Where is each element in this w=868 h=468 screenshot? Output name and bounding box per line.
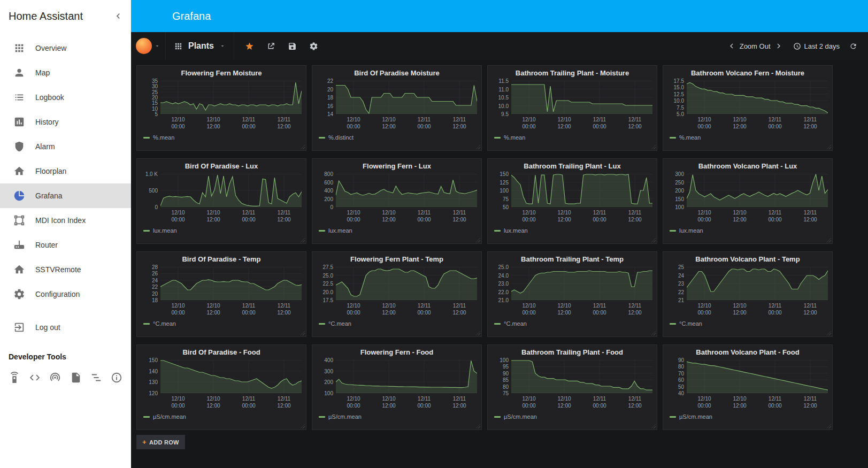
- panel-resize-handle[interactable]: [476, 238, 480, 242]
- save-dashboard-button[interactable]: [288, 42, 297, 51]
- sidebar-item-mdi-icon-index[interactable]: MDI Icon Index: [0, 208, 131, 233]
- panel-resize-handle[interactable]: [827, 145, 831, 149]
- dev-info-button[interactable]: [111, 372, 122, 383]
- time-series-chart[interactable]: [336, 360, 477, 393]
- panel-resize-handle[interactable]: [651, 331, 656, 335]
- panel-title[interactable]: Flowering Fern - Lux: [312, 159, 481, 174]
- legend-series-label[interactable]: %.mean: [679, 134, 701, 141]
- legend-swatch[interactable]: [143, 230, 150, 232]
- dev-mqtt-button[interactable]: [90, 372, 102, 383]
- dev-states-button[interactable]: [29, 372, 41, 383]
- time-series-chart[interactable]: [511, 81, 652, 114]
- time-shift-forward-button[interactable]: [774, 41, 783, 51]
- dev-services-button[interactable]: [9, 372, 20, 383]
- legend-swatch[interactable]: [319, 230, 325, 232]
- refresh-button[interactable]: [849, 42, 857, 50]
- panel-title[interactable]: Flowering Fern - Food: [312, 345, 481, 360]
- time-series-chart[interactable]: [336, 81, 477, 114]
- panel-title[interactable]: Bird Of Paradise - Food: [137, 345, 306, 360]
- time-series-chart[interactable]: [511, 267, 652, 300]
- panel-title[interactable]: Flowering Fern Moisture: [137, 66, 306, 81]
- panel-resize-handle[interactable]: [827, 424, 831, 428]
- legend-swatch[interactable]: [319, 416, 325, 418]
- time-series-chart[interactable]: [687, 174, 828, 207]
- legend-series-label[interactable]: %.mean: [153, 134, 174, 141]
- panel-title[interactable]: Bathroom Trailing Plant - Food: [488, 345, 657, 360]
- time-series-chart[interactable]: [160, 81, 302, 114]
- sidebar-item-sstvremote[interactable]: SSTVRemote: [0, 257, 131, 282]
- sidebar-item-router[interactable]: Router: [0, 233, 131, 257]
- legend-swatch[interactable]: [494, 230, 501, 232]
- panel-resize-handle[interactable]: [301, 238, 305, 242]
- legend-swatch[interactable]: [319, 323, 325, 325]
- panel-resize-handle[interactable]: [651, 238, 656, 242]
- dev-templates-button[interactable]: [70, 372, 82, 383]
- time-series-chart[interactable]: [160, 267, 302, 300]
- time-series-chart[interactable]: [687, 267, 828, 300]
- grafana-menu-button[interactable]: [131, 32, 165, 60]
- time-series-chart[interactable]: [160, 360, 302, 393]
- sidebar-item-map[interactable]: Map: [0, 60, 131, 85]
- legend-series-label[interactable]: lux.mean: [504, 227, 528, 234]
- time-series-chart[interactable]: [336, 267, 477, 300]
- share-dashboard-button[interactable]: [266, 42, 275, 51]
- panel-resize-handle[interactable]: [827, 331, 831, 335]
- legend-series-label[interactable]: µS/cm.mean: [679, 413, 712, 420]
- sidebar-item-floorplan[interactable]: Floorplan: [0, 159, 131, 183]
- legend-swatch[interactable]: [670, 416, 676, 418]
- time-series-chart[interactable]: [687, 360, 828, 393]
- legend-swatch[interactable]: [670, 230, 676, 232]
- panel-resize-handle[interactable]: [301, 145, 305, 149]
- panel-title[interactable]: Bathroom Trailing Plant - Temp: [488, 252, 657, 267]
- zoom-out-button[interactable]: Zoom Out: [740, 42, 771, 50]
- sidebar-item-configuration[interactable]: Configuration: [0, 282, 131, 306]
- panel-title[interactable]: Bird Of Paradise - Lux: [137, 159, 306, 174]
- time-range-picker[interactable]: Last 2 days: [793, 42, 840, 50]
- time-series-chart[interactable]: [511, 174, 652, 207]
- panel-resize-handle[interactable]: [651, 145, 656, 149]
- time-series-chart[interactable]: [160, 174, 302, 207]
- dev-events-button[interactable]: [49, 372, 61, 383]
- time-series-chart[interactable]: [687, 81, 828, 114]
- legend-series-label[interactable]: µS/cm.mean: [153, 413, 186, 420]
- sidebar-item-logbook[interactable]: Logbook: [0, 85, 131, 110]
- time-series-chart[interactable]: [511, 360, 652, 393]
- sidebar-item-history[interactable]: History: [0, 110, 131, 134]
- panel-title[interactable]: Flowering Fern Plant - Temp: [312, 252, 481, 267]
- legend-series-label[interactable]: lux.mean: [679, 227, 703, 234]
- panel-title[interactable]: Bird Of Paradise Moisture: [312, 66, 481, 81]
- legend-swatch[interactable]: [494, 137, 501, 139]
- legend-swatch[interactable]: [143, 323, 150, 325]
- legend-swatch[interactable]: [143, 137, 150, 139]
- panel-resize-handle[interactable]: [476, 145, 480, 149]
- legend-swatch[interactable]: [494, 323, 501, 325]
- panel-resize-handle[interactable]: [651, 424, 656, 428]
- panel-resize-handle[interactable]: [301, 331, 305, 335]
- sidebar-collapse-button[interactable]: [113, 11, 124, 21]
- legend-series-label[interactable]: lux.mean: [153, 227, 177, 234]
- panel-title[interactable]: Bathroom Volcano Plant - Food: [663, 345, 832, 360]
- sidebar-item-alarm[interactable]: Alarm: [0, 134, 131, 159]
- legend-series-label[interactable]: µS/cm.mean: [328, 413, 362, 420]
- panel-resize-handle[interactable]: [301, 424, 305, 428]
- legend-swatch[interactable]: [319, 137, 325, 139]
- panel-title[interactable]: Bathroom Trailing Plant - Lux: [488, 159, 657, 174]
- time-shift-back-button[interactable]: [727, 41, 736, 51]
- legend-swatch[interactable]: [143, 416, 150, 418]
- panel-title[interactable]: Bathroom Volcano Fern - Moisture: [663, 66, 832, 81]
- legend-series-label[interactable]: °C.mean: [679, 320, 702, 327]
- legend-series-label[interactable]: °C.mean: [153, 320, 176, 327]
- panel-resize-handle[interactable]: [476, 331, 480, 335]
- panel-resize-handle[interactable]: [827, 238, 831, 242]
- sidebar-item-overview[interactable]: Overview: [0, 36, 131, 60]
- legend-series-label[interactable]: lux.mean: [328, 227, 352, 234]
- legend-swatch[interactable]: [670, 323, 676, 325]
- panel-title[interactable]: Bathroom Trailing Plant - Moisture: [488, 66, 657, 81]
- panel-title[interactable]: Bird Of Paradise - Temp: [137, 252, 306, 267]
- legend-series-label[interactable]: °C.mean: [504, 320, 527, 327]
- time-series-chart[interactable]: [336, 174, 477, 207]
- panel-title[interactable]: Bathroom Volcano Plant - Lux: [663, 159, 832, 174]
- legend-swatch[interactable]: [670, 137, 676, 139]
- sidebar-item-logout[interactable]: Log out: [0, 315, 131, 340]
- legend-series-label[interactable]: µS/cm.mean: [504, 413, 537, 420]
